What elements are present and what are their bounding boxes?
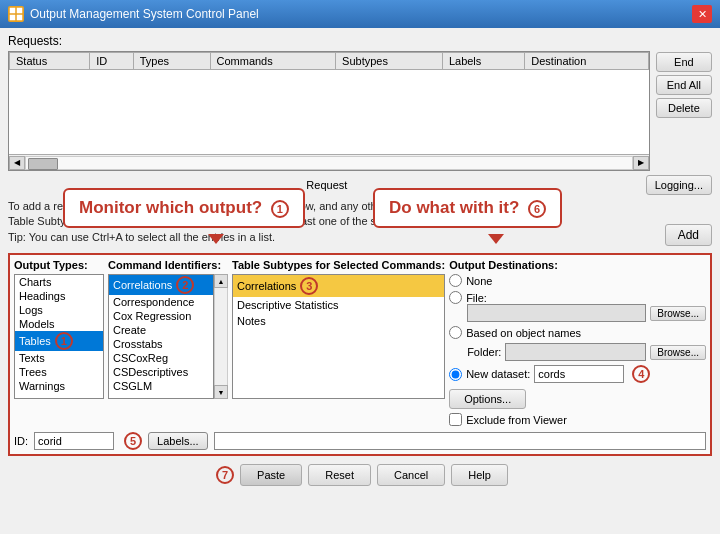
col-destination: Destination — [525, 53, 648, 70]
svg-rect-2 — [10, 15, 15, 20]
id-section: ID: 5 Labels... — [14, 432, 706, 450]
end-button[interactable]: End — [656, 52, 712, 72]
svg-rect-1 — [17, 8, 22, 13]
scrollbar-thumb — [28, 158, 58, 170]
radio-dataset[interactable] — [449, 368, 462, 381]
exclude-label: Exclude from Viewer — [466, 414, 567, 426]
command-ids-col: Command Identifiers: Correlations 2 Corr… — [108, 259, 228, 426]
list-item-charts[interactable]: Charts — [15, 275, 103, 289]
badge-6: 6 — [528, 200, 546, 218]
subtype-correlations[interactable]: Correlations 3 — [233, 275, 444, 297]
callout-arrow-down-right — [488, 234, 504, 244]
output-types-col: Output Types: Charts Headings Logs Model… — [14, 259, 104, 426]
cmd-crosstabs[interactable]: Crosstabs — [109, 337, 213, 351]
label-file: File: — [466, 292, 487, 304]
delete-button[interactable]: Delete — [656, 98, 712, 118]
cmd-csdesc[interactable]: CSDescriptives — [109, 365, 213, 379]
file-input[interactable] — [467, 304, 646, 322]
id-right-input[interactable] — [214, 432, 706, 450]
col-types: Types — [133, 53, 210, 70]
labels-button[interactable]: Labels... — [148, 432, 208, 450]
requests-table: Status ID Types Commands Subtypes Labels… — [9, 52, 649, 70]
help-button[interactable]: Help — [451, 464, 508, 486]
cmd-correlations[interactable]: Correlations 2 — [109, 275, 213, 295]
window-title: Output Management System Control Panel — [30, 7, 259, 21]
scrollbar-track[interactable] — [25, 156, 633, 170]
cancel-button[interactable]: Cancel — [377, 464, 445, 486]
badge-dataset: 4 — [632, 365, 650, 383]
scroll-right-btn[interactable]: ▶ — [633, 156, 649, 170]
subtype-desc-stats[interactable]: Descriptive Statistics — [233, 297, 444, 313]
label-object: Based on object names — [466, 327, 581, 339]
requests-label: Requests: — [8, 34, 650, 48]
label-none: None — [466, 275, 492, 287]
dataset-input[interactable] — [534, 365, 624, 383]
radio-none[interactable] — [449, 274, 462, 287]
badge-cmd: 2 — [176, 276, 194, 294]
destinations-group: None File: Browse... — [449, 274, 706, 383]
folder-input[interactable] — [505, 343, 646, 361]
subtypes-list[interactable]: Correlations 3 Descriptive Statistics No… — [232, 274, 445, 399]
title-bar: Output Management System Control Panel ✕ — [0, 0, 720, 28]
list-item-tables[interactable]: Tables 1 — [15, 331, 103, 351]
callout-left: Monitor which output? 1 — [63, 188, 305, 228]
close-button[interactable]: ✕ — [692, 5, 712, 23]
svg-rect-3 — [17, 15, 22, 20]
label-dataset: New dataset: — [466, 368, 530, 380]
badge-subtype: 3 — [300, 277, 318, 295]
callout-right: Do what with it? 6 — [373, 188, 562, 228]
cmd-scroll-down[interactable]: ▼ — [214, 385, 228, 399]
badge-id: 5 — [124, 432, 142, 450]
list-item-logs[interactable]: Logs — [15, 303, 103, 317]
cmd-cscoxreg[interactable]: CSCoxReg — [109, 351, 213, 365]
callout-arrow-down-left — [208, 234, 224, 244]
col-subtypes: Subtypes — [336, 53, 443, 70]
options-button[interactable]: Options... — [449, 389, 526, 409]
list-item-warnings[interactable]: Warnings — [15, 379, 103, 393]
requests-section: Requests: Status ID Types Commands Subty… — [8, 34, 712, 171]
destinations-col: Output Destinations: None File: Brow — [449, 259, 706, 426]
id-input[interactable] — [34, 432, 114, 450]
cmd-cox[interactable]: Cox Regression — [109, 309, 213, 323]
app-icon — [8, 6, 24, 22]
id-label: ID: — [14, 435, 28, 447]
radio-file[interactable] — [449, 291, 462, 304]
list-item-models[interactable]: Models — [15, 317, 103, 331]
cmd-csglm[interactable]: CSGLM — [109, 379, 213, 393]
subtype-notes[interactable]: Notes — [233, 313, 444, 329]
badge-tables: 1 — [55, 332, 73, 350]
badge-1: 1 — [271, 200, 289, 218]
browse-folder-button[interactable]: Browse... — [650, 345, 706, 360]
cmd-correspondence[interactable]: Correspondence — [109, 295, 213, 309]
list-item-trees[interactable]: Trees — [15, 365, 103, 379]
command-ids-label: Command Identifiers: — [108, 259, 228, 271]
col-labels: Labels — [442, 53, 524, 70]
col-commands: Commands — [210, 53, 336, 70]
subtypes-label: Table Subtypes for Selected Commands: — [232, 259, 445, 271]
end-all-button[interactable]: End All — [656, 75, 712, 95]
list-item-headings[interactable]: Headings — [15, 289, 103, 303]
cmd-scroll-up[interactable]: ▲ — [214, 274, 228, 288]
destinations-label: Output Destinations: — [449, 259, 706, 271]
paste-button[interactable]: Paste — [240, 464, 302, 486]
folder-label: Folder: — [467, 346, 501, 358]
requests-table-container: Status ID Types Commands Subtypes Labels… — [8, 51, 650, 171]
cmd-create[interactable]: Create — [109, 323, 213, 337]
logging-button[interactable]: Logging... — [646, 175, 712, 195]
radio-object[interactable] — [449, 326, 462, 339]
subtypes-col: Table Subtypes for Selected Commands: Co… — [232, 259, 445, 426]
scroll-left-btn[interactable]: ◀ — [9, 156, 25, 170]
list-item-texts[interactable]: Texts — [15, 351, 103, 365]
output-types-list[interactable]: Charts Headings Logs Models Tables 1 Tex… — [14, 274, 104, 399]
col-status: Status — [10, 53, 90, 70]
exclude-checkbox[interactable] — [449, 413, 462, 426]
command-ids-list[interactable]: Correlations 2 Correspondence Cox Regres… — [108, 274, 214, 399]
col-id: ID — [90, 53, 134, 70]
reset-button[interactable]: Reset — [308, 464, 371, 486]
output-types-label: Output Types: — [14, 259, 104, 271]
browse-file-button[interactable]: Browse... — [650, 306, 706, 321]
badge-bottom: 7 — [216, 466, 234, 484]
add-button[interactable]: Add — [665, 224, 712, 246]
svg-rect-0 — [10, 8, 15, 13]
bottom-buttons: 7 Paste Reset Cancel Help — [8, 464, 712, 486]
